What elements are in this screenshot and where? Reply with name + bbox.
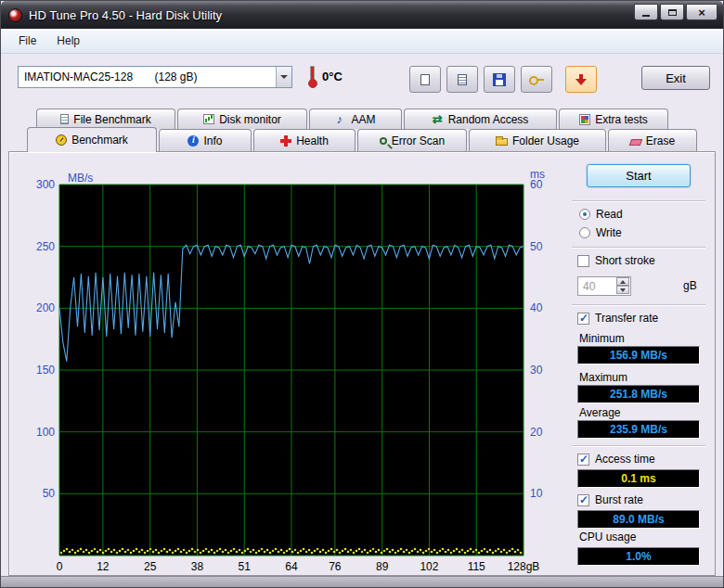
tab-label: Error Scan <box>392 134 445 147</box>
read-radio[interactable]: Read <box>579 208 623 221</box>
folder-usage-icon <box>496 138 508 146</box>
svg-text:20: 20 <box>530 426 543 439</box>
svg-text:64: 64 <box>285 560 298 573</box>
checkbox-checked-icon <box>577 313 589 325</box>
burst-rate-value: 89.0 MB/s <box>577 510 700 529</box>
svg-text:102: 102 <box>420 560 438 573</box>
maximum-value: 251.8 MB/s <box>577 385 700 403</box>
burst-rate-checkbox[interactable]: Burst rate <box>577 493 643 506</box>
save-button[interactable] <box>484 66 515 93</box>
separator <box>572 445 705 447</box>
access-time-checkbox[interactable]: Access time <box>577 453 655 466</box>
tab-random-access[interactable]: Random Access <box>404 109 557 129</box>
cpu-usage-label: CPU usage <box>579 530 636 543</box>
write-radio[interactable]: Write <box>579 226 622 239</box>
svg-text:76: 76 <box>329 560 342 573</box>
checkbox-unchecked-icon <box>577 255 589 267</box>
average-label: Average <box>579 406 620 419</box>
tab-label: File Benchmark <box>73 113 150 126</box>
radio-selected-icon <box>579 209 590 220</box>
maximize-icon <box>668 9 677 16</box>
tab-error-scan[interactable]: Error Scan <box>357 129 467 151</box>
copy-text-button[interactable] <box>446 66 478 93</box>
drive-selector-value: IMATION-MAC25-128 (128 gB) <box>19 70 276 83</box>
tab-label: Info <box>203 134 222 147</box>
svg-text:128gB: 128gB <box>508 560 540 573</box>
screen-capture-button[interactable] <box>565 66 597 93</box>
disk-monitor-icon <box>203 114 214 124</box>
tab-disk-monitor[interactable]: Disk monitor <box>177 109 307 129</box>
svg-text:50: 50 <box>530 240 543 253</box>
svg-text:30: 30 <box>530 364 543 377</box>
tab-aam[interactable]: AAM <box>309 109 402 129</box>
checkbox-checked-icon <box>577 494 589 506</box>
exit-button[interactable]: Exit <box>641 66 710 90</box>
tab-label: AAM <box>351 113 375 126</box>
svg-text:250: 250 <box>36 240 55 253</box>
separator <box>572 304 705 306</box>
tab-row-back: File Benchmark Disk monitor AAM Random A… <box>8 109 716 129</box>
tab-extra-tests[interactable]: Extra tests <box>559 109 668 129</box>
checkbox-checked-icon <box>577 454 589 466</box>
minimum-label: Minimum <box>579 332 625 345</box>
options-button[interactable] <box>521 66 552 93</box>
window-title: HD Tune Pro 4.50 - Hard Disk Utility <box>29 8 634 22</box>
short-stroke-checkbox[interactable]: Short stroke <box>577 254 655 267</box>
maximize-button[interactable] <box>660 4 684 20</box>
short-stroke-unit-label: gB <box>683 279 697 292</box>
tab-label: Erase <box>646 134 675 147</box>
close-button[interactable]: × <box>686 4 718 20</box>
tab-label: Folder Usage <box>512 134 579 147</box>
svg-text:51: 51 <box>239 560 252 573</box>
health-icon <box>280 135 291 147</box>
benchmark-chart: 30025020015010050605040302010MB/sms01225… <box>15 159 564 574</box>
thermometer-icon <box>307 66 316 88</box>
benchmark-icon <box>56 134 67 146</box>
copy-screenshot-button[interactable] <box>409 66 441 93</box>
tab-row-front: Benchmark Info Health Error Scan Folder … <box>8 129 716 151</box>
svg-text:40: 40 <box>530 301 543 314</box>
svg-text:300: 300 <box>36 178 55 191</box>
app-icon <box>8 8 22 22</box>
maximum-label: Maximum <box>579 371 627 384</box>
keys-icon <box>529 74 544 85</box>
tab-folder-usage[interactable]: Folder Usage <box>469 129 606 151</box>
svg-text:10: 10 <box>530 487 543 500</box>
transfer-rate-label: Transfer rate <box>595 312 658 325</box>
hd-tune-window: HD Tune Pro 4.50 - Hard Disk Utility × F… <box>0 0 724 588</box>
spinner-up-button[interactable] <box>616 277 629 286</box>
window-bottom-frame <box>1 576 723 587</box>
svg-text:38: 38 <box>191 560 204 573</box>
short-stroke-spinner[interactable] <box>577 276 631 296</box>
drive-selector[interactable]: IMATION-MAC25-128 (128 gB) <box>18 66 292 88</box>
start-button[interactable]: Start <box>587 164 691 187</box>
benchmark-controls-panel: Start Read Write Short stroke gB <box>568 152 711 575</box>
tab-info[interactable]: Info <box>159 129 252 151</box>
svg-text:MB/s: MB/s <box>68 172 93 185</box>
menu-file[interactable]: File <box>8 30 46 52</box>
menu-help[interactable]: Help <box>46 30 90 52</box>
spinner-down-button[interactable] <box>616 286 629 294</box>
temperature-value: 0°C <box>322 70 343 83</box>
titlebar[interactable]: HD Tune Pro 4.50 - Hard Disk Utility × <box>1 1 723 29</box>
svg-text:89: 89 <box>376 560 389 573</box>
random-access-icon <box>433 114 444 125</box>
file-benchmark-icon <box>60 114 69 124</box>
error-scan-icon <box>380 137 387 145</box>
svg-text:50: 50 <box>43 487 56 500</box>
tab-label: Random Access <box>448 113 529 126</box>
minimize-button[interactable] <box>634 4 658 20</box>
drive-selector-dropdown-button[interactable] <box>276 67 291 87</box>
tab-health[interactable]: Health <box>253 129 356 151</box>
toolbar-buttons <box>409 66 597 93</box>
transfer-rate-checkbox[interactable]: Transfer rate <box>577 312 658 325</box>
average-value: 235.9 MB/s <box>577 420 700 439</box>
benchmark-tab-page: 30025020015010050605040302010MB/sms01225… <box>8 151 716 576</box>
tab-erase[interactable]: Erase <box>608 129 697 151</box>
menubar: File Help <box>1 29 723 54</box>
tab-file-benchmark[interactable]: File Benchmark <box>36 109 175 129</box>
copy-icon <box>420 74 430 85</box>
tab-benchmark[interactable]: Benchmark <box>27 127 157 152</box>
tab-label: Health <box>296 134 329 147</box>
write-label: Write <box>596 226 622 239</box>
